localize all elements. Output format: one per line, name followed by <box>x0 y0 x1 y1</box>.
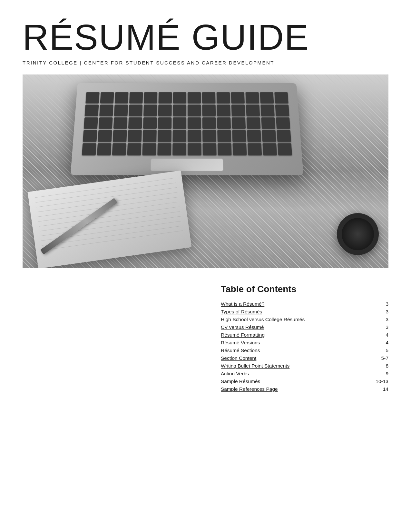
keyboard-grid <box>82 92 292 155</box>
toc-page-number: 3 <box>372 301 388 307</box>
laptop <box>71 83 304 175</box>
toc-page-number: 5 <box>372 348 388 353</box>
toc-link[interactable]: Sample References Page <box>221 386 372 392</box>
toc-page-number: 14 <box>372 386 388 392</box>
toc-row: Writing Bullet Point Statements8 <box>221 362 388 370</box>
page: RÉSUMÉ GUIDE TRINITY COLLEGE | CENTER FO… <box>0 0 411 532</box>
toc-table: What is a Résumé?3Types of Résumés3High … <box>221 300 388 393</box>
toc-row: High School versus College Résumés3 <box>221 316 388 323</box>
trackpad <box>151 159 224 171</box>
toc-page-number: 4 <box>372 332 388 338</box>
toc-link[interactable]: Résumé Formatting <box>221 332 372 338</box>
toc-page-number: 3 <box>372 317 388 322</box>
toc-link[interactable]: Section Content <box>221 355 372 361</box>
coffee-cup <box>337 213 379 255</box>
toc-link[interactable]: CV versus Résumé <box>221 324 372 330</box>
bottom-section: Table of Contents What is a Résumé?3Type… <box>23 284 388 393</box>
toc-link[interactable]: High School versus College Résumés <box>221 317 372 322</box>
toc-link[interactable]: Sample Résumés <box>221 379 372 384</box>
toc-page-number: 10-13 <box>372 379 388 384</box>
toc-page-number: 5-7 <box>372 355 388 361</box>
toc-link[interactable]: Résumé Sections <box>221 348 372 353</box>
toc-link[interactable]: What is a Résumé? <box>221 301 372 307</box>
toc-heading: Table of Contents <box>221 284 388 294</box>
hero-image <box>23 74 388 268</box>
toc-row: Types of Résumés3 <box>221 308 388 316</box>
toc-link[interactable]: Résumé Versions <box>221 340 372 346</box>
toc-row: Sample References Page14 <box>221 385 388 393</box>
toc-link[interactable]: Writing Bullet Point Statements <box>221 363 372 369</box>
toc-row: Résumé Formatting4 <box>221 331 388 339</box>
notebook <box>28 171 192 268</box>
toc-row: Résumé Sections5 <box>221 347 388 354</box>
toc-row: What is a Résumé?3 <box>221 300 388 308</box>
toc-row: Action Verbs9 <box>221 370 388 378</box>
toc-page-number: 8 <box>372 363 388 369</box>
toc-page-number: 3 <box>372 324 388 330</box>
toc-row: CV versus Résumé3 <box>221 323 388 331</box>
notebook-lines <box>35 178 184 261</box>
toc-page-number: 4 <box>372 340 388 346</box>
subtitle: TRINITY COLLEGE | CENTER FOR STUDENT SUC… <box>23 60 388 65</box>
toc-row: Résumé Versions4 <box>221 339 388 347</box>
toc-container: Table of Contents What is a Résumé?3Type… <box>221 284 388 393</box>
main-title: RÉSUMÉ GUIDE <box>23 19 388 55</box>
coffee-surface <box>342 218 374 250</box>
title-section: RÉSUMÉ GUIDE TRINITY COLLEGE | CENTER FO… <box>23 19 388 65</box>
toc-page-number: 3 <box>372 309 388 315</box>
toc-row: Sample Résumés10-13 <box>221 378 388 385</box>
toc-page-number: 9 <box>372 371 388 377</box>
toc-row: Section Content5-7 <box>221 354 388 362</box>
toc-link[interactable]: Action Verbs <box>221 371 372 377</box>
toc-link[interactable]: Types of Résumés <box>221 309 372 315</box>
